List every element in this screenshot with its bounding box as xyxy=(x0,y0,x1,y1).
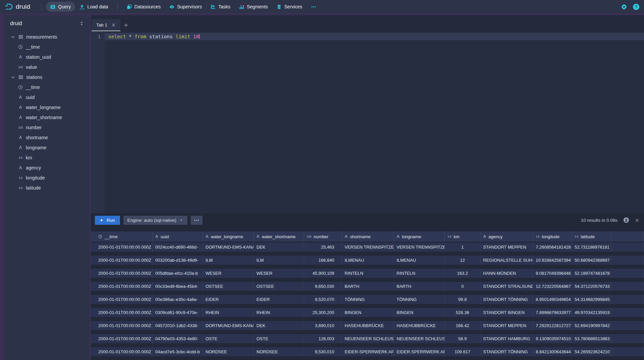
table-cell-shortname[interactable]: EIDER-SPERRWERK AP xyxy=(342,347,394,356)
tree-column-water-longname[interactable]: Awater_longname xyxy=(4,102,90,112)
table-cell-km[interactable]: 1 xyxy=(445,243,480,252)
nav-item-segments[interactable]: Segments xyxy=(235,2,272,12)
table-cell--time[interactable]: 2000-01-01T00:00:00.000Z xyxy=(96,347,153,356)
table-cell-longitude[interactable]: 10.928842587394 xyxy=(533,256,572,265)
nav-item-tasks[interactable]: Tasks xyxy=(206,2,235,12)
table-cell-shortname[interactable]: TÖNNING xyxy=(342,295,394,304)
tree-column-uuid[interactable]: Auuid xyxy=(4,92,90,102)
help-icon[interactable]: ? xyxy=(633,4,639,10)
nav-item-more[interactable] xyxy=(307,2,320,12)
download-icon[interactable] xyxy=(623,217,629,223)
table-cell--time[interactable]: 2000-01-01T00:00:00.000Z xyxy=(96,295,153,304)
table-cell-agency[interactable]: STANDORT BINGEN xyxy=(480,308,533,317)
header-cell-water-longname[interactable]: Awater_longname xyxy=(203,232,254,242)
tree-column-station-uuid[interactable]: Astation_uuid xyxy=(4,52,90,62)
table-cell-longname[interactable]: ILMENAU xyxy=(394,256,445,265)
tab-tab-1[interactable]: Tab 1 xyxy=(92,19,120,31)
table-cell-shortname[interactable]: ILMENAU xyxy=(342,256,394,265)
table-cell-longitude[interactable]: 9.0817049396446 xyxy=(533,269,572,278)
table-cell-shortname[interactable]: BARTH xyxy=(342,282,394,291)
table-cell-latitude[interactable]: 49.970342135919 xyxy=(572,308,611,317)
table-cell-longitude[interactable]: 8.8421300643644 xyxy=(533,347,572,356)
table-cell-uuid[interactable]: 003200ab-d138-49d9- xyxy=(153,256,203,265)
table-cell-latitude[interactable]: 53.780686513863 xyxy=(572,334,611,343)
table-cell-longitude[interactable]: 8.9501490349654 xyxy=(533,295,572,304)
table-cell-water-shortname[interactable]: ILM xyxy=(254,256,304,265)
table-cell-latitude[interactable]: 54.265923624210 xyxy=(572,347,611,356)
table-cell-km[interactable]: 528.36 xyxy=(445,308,480,317)
tree-column-water-shortname[interactable]: Awater_shortname xyxy=(4,112,90,122)
table-cell-water-shortname[interactable]: RHEIN xyxy=(254,308,304,317)
table-cell-water-shortname[interactable]: EIDER xyxy=(254,295,304,304)
table-cell-number[interactable]: 126,003 xyxy=(304,334,342,343)
tree-column-agency[interactable]: Aagency xyxy=(4,163,90,173)
table-cell-shortname[interactable]: NEUENSEER SCHLEUSE xyxy=(342,334,394,343)
header-cell-shortname[interactable]: Ashortname xyxy=(342,232,394,242)
table-cell-longname[interactable]: RINTELN xyxy=(394,269,445,278)
table-cell-agency[interactable]: REGIONALSTELLE SUHL xyxy=(480,256,533,265)
table-cell-agency[interactable]: STANDORT MEPPEN xyxy=(480,243,533,252)
table-cell--time[interactable]: 2000-01-01T00:00:00.000Z xyxy=(96,243,153,252)
table-cell-longname[interactable]: NEUENSEER SCHLEUSE xyxy=(394,334,445,343)
table-cell-agency[interactable]: STANDORT MEPPEN xyxy=(480,321,533,330)
tree-column-number[interactable]: 123number xyxy=(4,122,90,133)
table-cell-uuid[interactable]: 04acd7e5-3cbc-4cdd-b xyxy=(153,347,203,356)
table-cell-longname[interactable]: VERSEN TRENNSPITZE xyxy=(394,243,445,252)
table-cell-water-longname[interactable]: RHEIN xyxy=(203,308,254,317)
header-cell-longitude[interactable]: 1.0longitude xyxy=(533,232,572,242)
table-cell-longitude[interactable]: 12.723220564867 xyxy=(533,282,572,291)
table-cell--time[interactable]: 2000-01-01T00:00:00.000Z xyxy=(96,321,153,330)
tree-column--time[interactable]: __time xyxy=(4,82,90,92)
table-cell-water-shortname[interactable]: NORDSEE xyxy=(254,347,304,356)
table-cell-km[interactable]: 166.42 xyxy=(445,321,480,330)
table-cell-km[interactable]: 0 xyxy=(445,282,480,291)
tree-table-stations[interactable]: stations xyxy=(4,72,90,82)
table-cell-water-longname[interactable]: OSTSEE xyxy=(203,282,254,291)
table-cell-longname[interactable]: BARTH xyxy=(394,282,445,291)
sql-editor[interactable]: 1 select * from stations limit 10 xyxy=(91,31,644,213)
brand[interactable]: druid xyxy=(5,3,30,11)
table-cell--time[interactable]: 2000-01-01T00:00:00.000Z xyxy=(96,282,153,291)
table-cell-water-longname[interactable]: WESER xyxy=(203,269,254,278)
header-cell--time[interactable]: __time xyxy=(96,232,153,242)
table-cell-agency[interactable]: HANN-MÜNDEN xyxy=(480,269,533,278)
table-cell-number[interactable]: 3,690,010 xyxy=(304,321,342,330)
table-cell--time[interactable]: 2000-01-01T00:00:00.000Z xyxy=(96,256,153,265)
table-cell-shortname[interactable]: HASEHUBBRÜCKE xyxy=(342,321,394,330)
table-cell-number[interactable]: 45,900,109 xyxy=(304,269,342,278)
table-cell-shortname[interactable]: RINTELN xyxy=(342,269,394,278)
table-cell-longitude[interactable]: 7.8996679633977 xyxy=(533,308,572,317)
table-cell-shortname[interactable]: BINGEN xyxy=(342,308,394,317)
sort-icon[interactable] xyxy=(80,21,83,26)
new-tab-button[interactable] xyxy=(120,19,132,31)
table-cell-number[interactable]: 9,650,030 xyxy=(304,282,342,291)
table-cell-latitude[interactable]: 52.189747481678 xyxy=(572,269,611,278)
header-cell-km[interactable]: 1.0km xyxy=(445,232,480,242)
header-cell-longname[interactable]: Alongname xyxy=(394,232,445,242)
table-cell-water-longname[interactable]: EIDER xyxy=(203,295,254,304)
header-cell-water-shortname[interactable]: Awater_shortname xyxy=(254,232,304,242)
table-cell-water-shortname[interactable]: WESER xyxy=(254,269,304,278)
table-cell-latitude[interactable]: 54.371220576733 xyxy=(572,282,611,291)
table-cell-longitude[interactable]: 7.2929122812727 xyxy=(533,321,572,330)
table-cell-agency[interactable]: STANDORT TÖNNING xyxy=(480,295,533,304)
header-cell-latitude[interactable]: 1.0latitude xyxy=(572,232,611,242)
table-cell-uuid[interactable]: 00e386ac-e35c-4a6e- xyxy=(153,295,203,304)
table-cell-latitude[interactable]: 52.694190997842 xyxy=(572,321,611,330)
nav-item-query[interactable]: Query xyxy=(46,2,75,12)
table-cell-number[interactable]: 25,463 xyxy=(304,243,342,252)
header-cell-uuid[interactable]: Auuid xyxy=(153,232,203,242)
sql-line[interactable]: select * from stations limit 10 xyxy=(105,33,644,40)
table-cell-km[interactable]: 99.8 xyxy=(445,295,480,304)
run-button[interactable]: Run xyxy=(95,216,120,225)
table-cell-agency[interactable]: STANDORT STRALSUND xyxy=(480,282,533,291)
table-cell-uuid[interactable]: 00c33ed9-6bea-45b4- xyxy=(153,282,203,291)
table-cell-shortname[interactable]: VERSEN TRENNSPITZE xyxy=(342,243,394,252)
table-cell-water-longname[interactable]: DORTMUND-EMS-KANAL xyxy=(203,321,254,330)
table-cell-agency[interactable]: STANDORT HAMBURG xyxy=(480,334,533,343)
table-cell--time[interactable]: 2000-01-01T00:00:00.000Z xyxy=(96,308,153,317)
table-cell-latitude[interactable]: 50.680942368697 xyxy=(572,256,611,265)
settings-gear-icon[interactable] xyxy=(621,4,627,10)
header-cell-agency[interactable]: Aagency xyxy=(480,232,533,242)
table-cell-km[interactable]: 12 xyxy=(445,256,480,265)
